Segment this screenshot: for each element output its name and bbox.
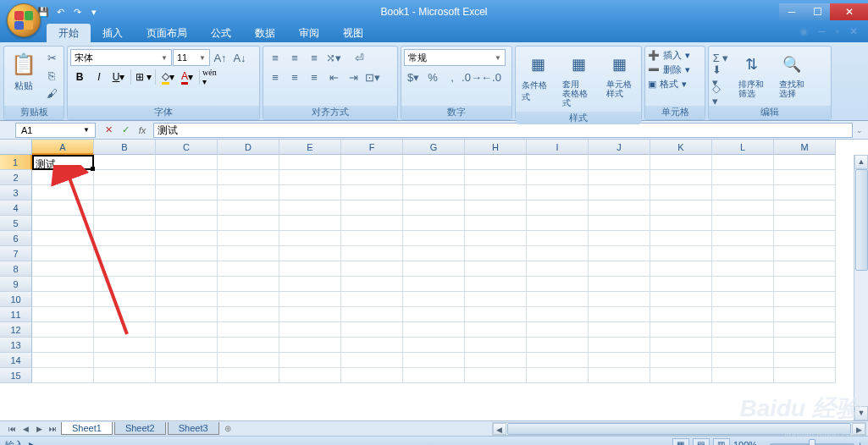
cell[interactable]: [650, 216, 712, 231]
cell[interactable]: [650, 368, 712, 383]
cell[interactable]: [774, 201, 836, 216]
cell[interactable]: [465, 338, 527, 353]
scroll-left-icon[interactable]: ◀: [493, 423, 506, 435]
cell[interactable]: [527, 155, 589, 170]
cell[interactable]: [403, 353, 465, 368]
cell[interactable]: [527, 246, 589, 261]
format-table-button[interactable]: ▦ 套用 表格格式: [559, 49, 598, 109]
phonetic-button[interactable]: wén ▾: [202, 69, 221, 85]
column-header[interactable]: A: [32, 140, 94, 155]
decrease-decimal-icon[interactable]: ←.0: [482, 69, 500, 85]
scroll-up-icon[interactable]: ▲: [854, 155, 868, 169]
cell[interactable]: [712, 368, 774, 383]
cell[interactable]: [589, 353, 650, 368]
cell[interactable]: [774, 277, 836, 292]
cell[interactable]: [218, 322, 279, 338]
cell[interactable]: [650, 322, 712, 338]
row-header[interactable]: 3: [0, 185, 32, 201]
cell[interactable]: [156, 155, 218, 170]
cell[interactable]: [218, 338, 279, 353]
cell[interactable]: [341, 261, 403, 277]
cell[interactable]: [341, 292, 403, 307]
hscroll-thumb[interactable]: [507, 423, 851, 435]
cell[interactable]: [218, 277, 279, 292]
sheet-tab-1[interactable]: Sheet1: [61, 422, 113, 435]
sort-filter-button[interactable]: ⇅ 排序和 筛选: [732, 49, 771, 100]
underline-button[interactable]: U ▾: [109, 69, 128, 85]
cell[interactable]: [156, 277, 218, 292]
column-header[interactable]: K: [650, 140, 712, 155]
cell[interactable]: [279, 216, 341, 231]
cell[interactable]: [589, 307, 650, 322]
cell[interactable]: [712, 246, 774, 261]
cell[interactable]: [774, 246, 836, 261]
cell[interactable]: [94, 322, 156, 338]
cell[interactable]: [32, 231, 94, 246]
cell[interactable]: [156, 231, 218, 246]
find-select-button[interactable]: 🔍 查找和 选择: [772, 49, 811, 100]
cell[interactable]: [527, 201, 589, 216]
cell[interactable]: [465, 307, 527, 322]
conditional-format-button[interactable]: ▦ 条件格式: [518, 49, 557, 105]
row-header[interactable]: 9: [0, 277, 32, 292]
cell[interactable]: [465, 170, 527, 185]
cell[interactable]: [527, 277, 589, 292]
cell[interactable]: [341, 322, 403, 338]
cell[interactable]: [341, 185, 403, 201]
column-header[interactable]: F: [341, 140, 403, 155]
row-header[interactable]: 15: [0, 368, 32, 383]
cell[interactable]: [403, 201, 465, 216]
copy-icon[interactable]: ⎘: [42, 67, 61, 84]
cell[interactable]: [279, 170, 341, 185]
indent-increase-icon[interactable]: ⇥: [344, 69, 362, 85]
cancel-icon[interactable]: ✕: [101, 123, 116, 138]
wrap-text-icon[interactable]: ⏎: [350, 49, 368, 66]
cell[interactable]: [218, 216, 279, 231]
delete-cells-button[interactable]: ➖删除 ▾: [648, 63, 690, 76]
cell[interactable]: [156, 246, 218, 261]
cell[interactable]: [712, 201, 774, 216]
cell[interactable]: [527, 368, 589, 383]
cell[interactable]: [403, 338, 465, 353]
tab-review[interactable]: 审阅: [287, 24, 331, 42]
cell[interactable]: [94, 216, 156, 231]
indent-decrease-icon[interactable]: ⇤: [324, 69, 343, 85]
cell[interactable]: [589, 231, 650, 246]
cell[interactable]: [218, 353, 279, 368]
cell[interactable]: [94, 201, 156, 216]
cell[interactable]: [465, 155, 527, 170]
cell[interactable]: [156, 353, 218, 368]
cell[interactable]: [650, 353, 712, 368]
macro-record-icon[interactable]: ▶: [29, 440, 36, 446]
cell[interactable]: [156, 368, 218, 383]
sheet-nav-first-icon[interactable]: ⏮: [5, 422, 19, 436]
cell[interactable]: [279, 353, 341, 368]
cell[interactable]: [527, 185, 589, 201]
scroll-down-icon[interactable]: ▼: [854, 406, 868, 420]
view-break-icon[interactable]: ▥: [713, 438, 730, 445]
tab-page-layout[interactable]: 页面布局: [135, 24, 199, 42]
minimize-button[interactable]: ─: [779, 3, 804, 20]
formula-input[interactable]: 测试: [153, 123, 853, 138]
cell[interactable]: [774, 368, 836, 383]
cell[interactable]: [32, 368, 94, 383]
cell[interactable]: [341, 246, 403, 261]
percent-icon[interactable]: %: [423, 69, 442, 85]
cell[interactable]: [279, 368, 341, 383]
cell[interactable]: [589, 277, 650, 292]
cell[interactable]: [218, 201, 279, 216]
fill-color-button[interactable]: ◇ ▾: [158, 69, 177, 85]
cell[interactable]: [465, 201, 527, 216]
cell[interactable]: [94, 185, 156, 201]
row-header[interactable]: 13: [0, 338, 32, 353]
cell[interactable]: [403, 307, 465, 322]
orientation-icon[interactable]: ⤭▾: [324, 49, 343, 66]
tab-home[interactable]: 开始: [47, 24, 91, 42]
cell[interactable]: [650, 277, 712, 292]
cell-styles-button[interactable]: ▦ 单元格 样式: [600, 49, 639, 100]
format-painter-icon[interactable]: 🖌: [42, 85, 61, 102]
cell[interactable]: [527, 261, 589, 277]
cell[interactable]: [589, 201, 650, 216]
cell[interactable]: [156, 338, 218, 353]
cell[interactable]: [589, 322, 650, 338]
